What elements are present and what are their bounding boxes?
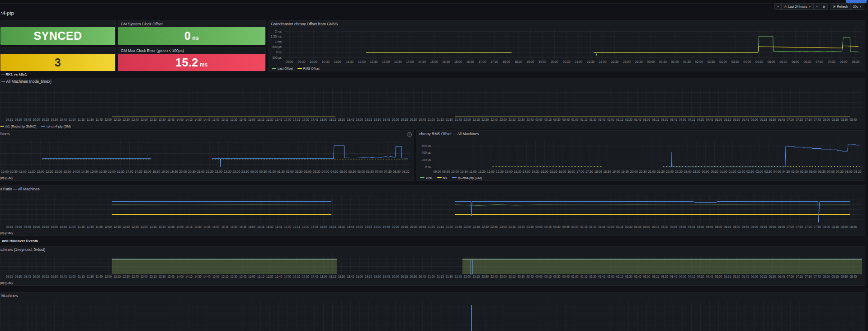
x-tick-label: 20:00 xyxy=(630,170,638,173)
x-tick-label: 19:00 xyxy=(161,170,169,173)
time-shift-back-button[interactable]: « xyxy=(775,4,782,9)
x-tick-label: 10:30 xyxy=(460,170,468,173)
x-tick-label: 17:00 xyxy=(126,170,133,173)
x-tick-label: 15:15 xyxy=(221,118,228,121)
x-tick-label: 04:00 xyxy=(679,225,686,228)
x-tick-label: 00:30 xyxy=(553,118,561,121)
x-tick-label: 20:30 xyxy=(639,170,647,173)
panel-info-icon[interactable]: i xyxy=(407,132,412,137)
x-tick-label: 23:30 xyxy=(241,170,249,173)
x-tick-label: 17:45 xyxy=(311,118,318,121)
chart-sync-status[interactable]: 09:1509:3009:4510:0010:1510:3010:4511:00… xyxy=(0,253,865,280)
chart-chrony-offset[interactable]: 10:0010:3011:0011:3012:0012:3013:0013:30… xyxy=(0,137,414,175)
x-tick-label: 05:00 xyxy=(715,118,722,121)
chart-canvas: 10:0010:3011:0011:3012:0012:3013:0013:30… xyxy=(0,137,414,175)
chart-canvas: 09:1509:3009:4510:0010:1510:3010:4511:00… xyxy=(0,192,865,230)
x-tick-label: 02:30 xyxy=(625,225,632,228)
x-tick-label: 17:30 xyxy=(491,60,498,63)
y-tick-label: 1 ms xyxy=(275,40,282,43)
x-tick-label: 18:15 xyxy=(329,118,336,121)
x-tick-label: 12:00 xyxy=(104,275,112,278)
zoom-out-button[interactable]: ⊖ xyxy=(820,4,827,9)
time-range-picker[interactable]: ◷ Last 24 hours ▼ xyxy=(782,4,813,9)
x-tick-label: 22:15 xyxy=(472,225,480,228)
x-tick-label: 15:30 xyxy=(230,118,237,121)
x-tick-label: 12:30 xyxy=(46,170,53,173)
chart-canvas: 600 µs400 µs200 µs0 ns09:0009:3010:0010:… xyxy=(416,137,865,175)
x-tick-label: 20:45 xyxy=(419,225,426,228)
chart-chrony-rms[interactable]: 600 µs400 µs200 µs0 ns09:0009:3010:0010:… xyxy=(416,137,865,175)
row-header-rk1-vs-k8s1[interactable]: — RK1 vs k8s1 xyxy=(1,72,182,77)
x-tick-label: 18:00 xyxy=(143,170,151,173)
x-tick-label: 11:30 xyxy=(87,275,94,278)
x-tick-label: 13:00 xyxy=(55,170,62,173)
x-tick-label: 16:15 xyxy=(257,275,264,278)
x-tick-label: 19:45 xyxy=(383,225,390,228)
x-tick-label: 05:30 xyxy=(348,170,356,173)
x-tick-label: 13:30 xyxy=(514,170,522,173)
legend-item[interactable]: rpi-cm4-ptp (GM) xyxy=(452,176,482,180)
y-tick-label: 2 ms xyxy=(275,30,282,33)
x-tick-label: 12:00 xyxy=(104,225,112,228)
x-tick-label: 04:30 xyxy=(755,60,763,63)
legend-item[interactable]: rpi-cm4-ptp (GM) xyxy=(41,125,71,128)
x-tick-label: 22:00 xyxy=(464,225,471,228)
x-tick-label: 10:30 xyxy=(51,118,58,121)
x-tick-label: 01:45 xyxy=(598,118,605,121)
refresh-interval-dropdown[interactable]: 30s ▼ xyxy=(851,4,864,9)
save-button-partial[interactable] xyxy=(846,0,867,3)
x-tick-label: 00:15 xyxy=(544,225,552,228)
legend-item[interactable]: rk1 xyxy=(437,176,448,180)
row-header-sync-lost-holdover[interactable]: Sync Lost and Holdover Events xyxy=(1,238,227,243)
x-tick-label: 16:00 xyxy=(248,118,255,121)
series-line xyxy=(455,215,850,216)
x-tick-label: 05:30 xyxy=(733,118,740,121)
x-tick-label: 10:00 xyxy=(33,118,40,121)
legend-item[interactable]: RMS Offset xyxy=(297,67,320,70)
x-tick-label: 06:30 xyxy=(769,118,776,121)
x-tick-label: 19:15 xyxy=(365,275,372,278)
legend-item[interactable]: rk1 (Rockchip GMAC) xyxy=(0,125,36,128)
chart-legend: k8s1rk1rpi-cm4-ptp (GM) xyxy=(0,230,865,236)
x-tick-label: 11:00 xyxy=(334,60,342,63)
legend-item[interactable]: k8s1 xyxy=(420,176,433,180)
x-tick-label: 18:30 xyxy=(338,275,345,278)
x-tick-label: 10:00 xyxy=(1,170,9,173)
x-tick-label: 11:00 xyxy=(69,275,76,278)
legend-item[interactable]: rpi-cm4-ptp (GM) xyxy=(0,281,13,284)
legend-item[interactable]: rpi-cm4-ptp (GM) xyxy=(0,232,13,235)
refresh-button[interactable]: ⟳ Refresh xyxy=(830,4,850,9)
x-tick-label: 03:45 xyxy=(670,275,677,278)
dashboard-title: rpi-cm4-ptp xyxy=(1,10,14,17)
chart-clock-steps[interactable] xyxy=(0,299,865,331)
stat-unit: ns xyxy=(192,35,199,41)
x-tick-label: 02:00 xyxy=(737,170,745,173)
chart-canvas: 09:1509:3009:4510:0010:1510:3010:4511:00… xyxy=(0,85,865,123)
time-shift-forward-button[interactable]: » xyxy=(814,4,821,9)
chevron-down-icon: ▼ xyxy=(859,5,862,8)
x-tick-label: 00:15 xyxy=(544,275,552,278)
chart-node-timex[interactable]: 09:1509:3009:4510:0010:1510:3010:4511:00… xyxy=(0,85,865,123)
panel-gm-gnss-offset: Grandmaster chrony Offset from GNSS 2 ms… xyxy=(268,20,865,71)
x-tick-label: 02:45 xyxy=(634,225,642,228)
x-tick-label: 18:45 xyxy=(347,225,354,228)
x-tick-label: 09:30 xyxy=(15,275,22,278)
x-tick-label: 06:15 xyxy=(760,225,767,228)
legend-item[interactable]: rpi-cm4-ptp (GM) xyxy=(0,176,13,180)
x-tick-label: 18:45 xyxy=(347,118,354,121)
chart-freq-ratio[interactable]: 09:1509:3009:4510:0010:1510:3010:4511:00… xyxy=(0,192,865,230)
x-tick-label: 00:00 xyxy=(535,118,542,121)
x-tick-label: 12:30 xyxy=(123,225,130,228)
x-tick-label: 10:45 xyxy=(60,225,67,228)
chart-gm-gnss[interactable]: 2 ms1.50 ms1 ms500 µs0 ns-500 µs09:0009:… xyxy=(268,27,865,66)
legend-item[interactable]: Last Offset xyxy=(272,67,293,70)
chevrons-left-icon: « xyxy=(777,5,779,8)
x-tick-label: 21:30 xyxy=(206,170,213,173)
x-tick-label: 19:15 xyxy=(365,118,372,121)
x-tick-label: 21:45 xyxy=(455,225,462,228)
x-tick-label: 19:00 xyxy=(356,118,363,121)
x-tick-label: 17:30 xyxy=(302,118,309,121)
x-tick-label: 17:00 xyxy=(284,225,291,228)
x-tick-label: 02:15 xyxy=(616,225,623,228)
x-tick-label: 14:45 xyxy=(203,225,211,228)
